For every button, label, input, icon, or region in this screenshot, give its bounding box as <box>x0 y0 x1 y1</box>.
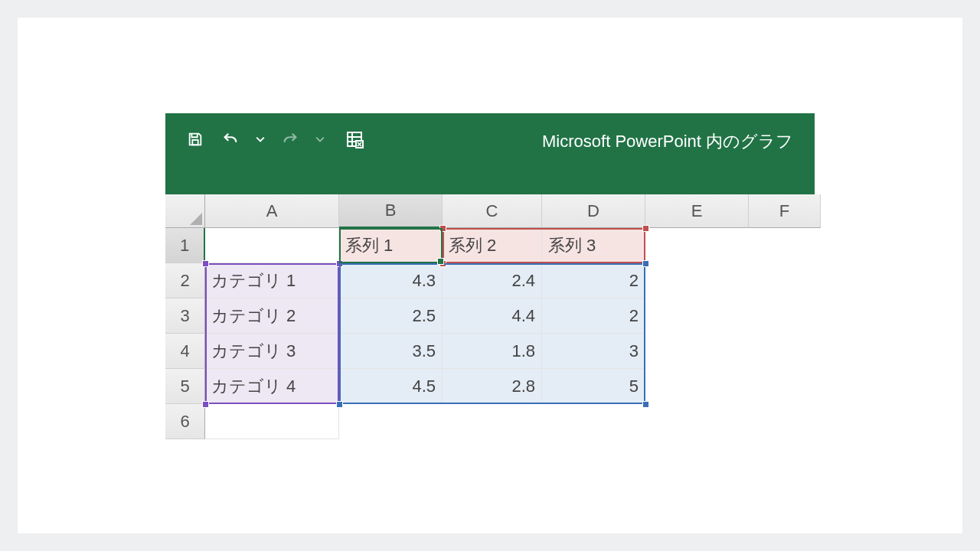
select-all-corner[interactable] <box>165 194 205 228</box>
column-header-B[interactable]: B <box>339 194 443 228</box>
redo-icon <box>281 131 299 148</box>
column-header-F[interactable]: F <box>749 194 821 228</box>
cell-C2[interactable]: 2.4 <box>443 263 542 298</box>
datasheet-icon <box>345 130 364 148</box>
undo-icon <box>221 131 240 148</box>
row-header-5[interactable]: 5 <box>165 369 205 404</box>
row-header-3[interactable]: 3 <box>165 298 205 334</box>
row-header-2[interactable]: 2 <box>165 263 205 298</box>
cell-C5[interactable]: 2.8 <box>443 369 542 404</box>
cell-A1[interactable] <box>205 228 339 263</box>
cell-B3[interactable]: 2.5 <box>339 298 443 334</box>
svg-rect-0 <box>192 140 198 145</box>
cell-D2[interactable]: 2 <box>542 263 645 298</box>
save-icon <box>187 131 204 148</box>
title-bar: Microsoft PowerPoint 内のグラフ <box>165 113 815 194</box>
spreadsheet-window: Microsoft PowerPoint 内のグラフ ABCDEF 123456… <box>165 113 815 459</box>
cell-C1[interactable]: 系列 2 <box>443 228 542 263</box>
row-headers: 123456 <box>165 228 205 439</box>
undo-dropdown[interactable] <box>255 135 266 144</box>
cell-A5[interactable]: カテゴリ 4 <box>205 369 339 404</box>
column-header-D[interactable]: D <box>542 194 645 228</box>
cell-D4[interactable]: 3 <box>542 334 645 369</box>
cell-B4[interactable]: 3.5 <box>339 334 443 369</box>
row-header-6[interactable]: 6 <box>165 404 205 439</box>
window-title: Microsoft PowerPoint 内のグラフ <box>542 130 793 153</box>
cell-A2[interactable]: カテゴリ 1 <box>205 263 339 298</box>
data-sheet-button[interactable] <box>344 129 365 150</box>
redo-button[interactable] <box>279 129 301 150</box>
row-header-1[interactable]: 1 <box>165 228 205 263</box>
column-header-A[interactable]: A <box>205 194 339 228</box>
cell-C4[interactable]: 1.8 <box>443 334 542 369</box>
column-header-E[interactable]: E <box>645 194 749 228</box>
quick-access-toolbar <box>185 129 365 150</box>
cell-B2[interactable]: 4.3 <box>339 263 443 298</box>
redo-dropdown[interactable] <box>315 135 325 144</box>
cell-A6[interactable] <box>205 404 339 439</box>
chevron-down-icon <box>315 135 325 144</box>
cell-B5[interactable]: 4.5 <box>339 369 443 404</box>
undo-button[interactable] <box>220 129 241 150</box>
row-header-4[interactable]: 4 <box>165 334 205 369</box>
page-canvas: Microsoft PowerPoint 内のグラフ ABCDEF 123456… <box>18 18 962 533</box>
cell-D5[interactable]: 5 <box>542 369 645 404</box>
cell-D1[interactable]: 系列 3 <box>542 228 645 263</box>
cell-B1[interactable]: 系列 1 <box>339 228 443 263</box>
save-button[interactable] <box>185 129 206 150</box>
column-header-C[interactable]: C <box>443 194 542 228</box>
cell-A3[interactable]: カテゴリ 2 <box>205 298 339 334</box>
cell-D3[interactable]: 2 <box>542 298 645 334</box>
cell-A4[interactable]: カテゴリ 3 <box>205 334 339 369</box>
chevron-down-icon <box>256 135 265 144</box>
column-headers: ABCDEF <box>205 194 821 228</box>
cell-C3[interactable]: 4.4 <box>443 298 542 334</box>
